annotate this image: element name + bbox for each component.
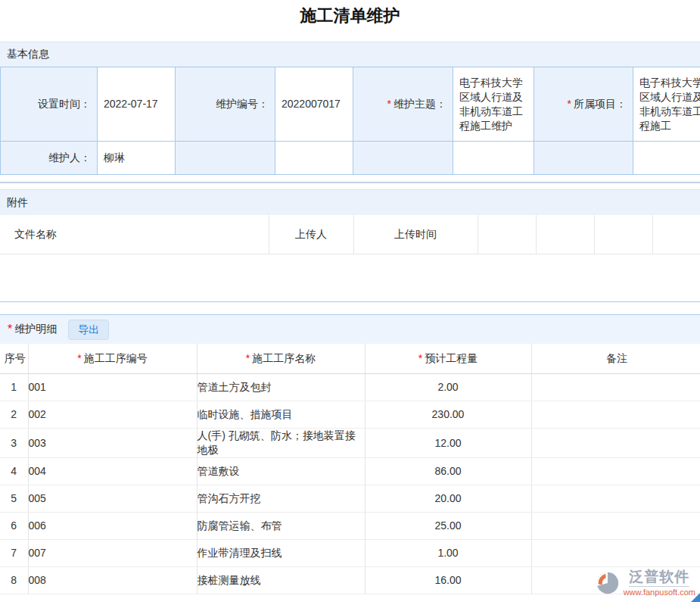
cell-seq: 7: [0, 540, 28, 567]
cell-seq: 2: [0, 401, 28, 429]
attachments-table: 文件名称 上传人 上传时间: [0, 215, 700, 254]
watermark-brand: 泛普软件: [629, 569, 689, 587]
fanpu-logo-icon: [595, 570, 621, 596]
table-row: 6 006 防腐管运输、布管 25.00: [0, 513, 700, 540]
cell-process-code: 002: [28, 401, 197, 429]
required-asterisk: *: [568, 98, 571, 110]
watermark-url: www.fanpusoft.com: [624, 588, 695, 597]
attachments-col-upload-time: 上传时间: [353, 215, 478, 254]
table-row: 7 007 作业带清理及扫线 1.00: [0, 540, 700, 567]
page-title: 施工清单维护: [0, 0, 700, 42]
cell-seq: 8: [0, 567, 28, 594]
detail-section-title: 维护明细: [14, 323, 57, 336]
maintainer-value: 柳琳: [98, 142, 176, 175]
cell-process-code: 005: [28, 485, 197, 513]
basic-info-title: 基本信息: [7, 48, 49, 61]
detail-section-toolbar: * 维护明细 导出: [0, 314, 700, 344]
cell-estimated-quantity: 2.00: [365, 374, 531, 401]
attachments-header-row: 文件名称 上传人 上传时间: [0, 215, 700, 254]
col-remark: 备注: [531, 344, 700, 374]
empty-value-cell: [275, 142, 353, 175]
section-divider: [0, 301, 700, 302]
cell-estimated-quantity: 1.00: [365, 540, 531, 567]
cell-estimated-quantity: 230.00: [365, 401, 531, 429]
basic-info-form: 设置时间： 2022-07-17 维护编号： 2022007017 *维护主题：…: [0, 67, 700, 175]
basic-info-section-header: 基本信息: [0, 42, 700, 67]
required-asterisk: *: [8, 323, 12, 336]
table-row: 2 002 临时设施、措施项目 230.00: [0, 401, 700, 429]
attachments-col-empty: [594, 215, 652, 254]
cell-process-name: 作业带清理及扫线: [197, 540, 365, 567]
table-row: 1 001 管道土方及包封 2.00: [0, 374, 700, 401]
empty-label-cell: [353, 142, 453, 175]
cell-remark: [531, 458, 700, 485]
col-estimated-quantity: *预计工程量: [365, 344, 531, 374]
cell-seq: 6: [0, 513, 28, 540]
cell-estimated-quantity: 20.00: [365, 485, 531, 513]
corner-marker: [691, 593, 700, 602]
attachments-col-empty: [478, 215, 536, 254]
maintenance-subject-label: *维护主题：: [353, 67, 453, 142]
empty-label-cell: [534, 142, 633, 175]
cell-process-name: 接桩测量放线: [197, 567, 365, 594]
cell-remark: [531, 513, 700, 540]
attachments-section-header: 附件: [0, 189, 700, 215]
cell-process-name: 防腐管运输、布管: [197, 513, 365, 540]
attachments-col-uploader: 上传人: [269, 215, 353, 254]
form-row-2: 维护人： 柳琳: [1, 142, 700, 175]
attachments-col-empty: [652, 215, 700, 254]
maintenance-no-label: 维护编号：: [176, 67, 275, 142]
empty-value-cell: [453, 142, 534, 175]
cell-estimated-quantity: 86.00: [365, 458, 531, 485]
cell-process-code: 003: [28, 429, 197, 458]
maintenance-no-value: 2022007017: [275, 67, 353, 142]
table-row: 3 003 人(手) 孔砌筑、防水；接地装置接地极 12.00: [0, 429, 700, 458]
required-asterisk: *: [418, 352, 422, 364]
project-value: 电子科技大学区域人行道及非机动车道工程施工: [633, 67, 700, 142]
set-time-value: 2022-07-17: [98, 67, 176, 142]
cell-remark: [531, 374, 700, 401]
cell-process-name: 临时设施、措施项目: [197, 401, 365, 429]
cell-estimated-quantity: 25.00: [365, 513, 531, 540]
empty-label-cell: [176, 142, 275, 175]
table-row: 4 004 管道敷设 86.00: [0, 458, 700, 485]
cell-estimated-quantity: 12.00: [365, 429, 531, 458]
cell-seq: 3: [0, 429, 28, 458]
cell-process-code: 006: [28, 513, 197, 540]
cell-process-name: 人(手) 孔砌筑、防水；接地装置接地极: [197, 429, 365, 458]
col-seq: 序号: [0, 344, 28, 374]
cell-remark: [531, 485, 700, 513]
detail-table: 序号 *施工工序编号 *施工工序名称 *预计工程量 备注 1 001 管道土方及…: [0, 344, 700, 594]
project-label: *所属项目：: [534, 67, 633, 142]
cell-seq: 4: [0, 458, 28, 485]
table-row: 5 005 管沟石方开挖 20.00: [0, 485, 700, 513]
cell-process-code: 004: [28, 458, 197, 485]
cell-seq: 1: [0, 374, 28, 401]
required-asterisk: *: [77, 352, 81, 364]
empty-value-cell: [633, 142, 700, 175]
required-asterisk: *: [387, 98, 391, 110]
cell-remark: [531, 429, 700, 458]
section-divider: [0, 182, 700, 183]
set-time-label: 设置时间：: [1, 67, 98, 142]
attachments-col-empty: [536, 215, 594, 254]
cell-process-name: 管道敷设: [197, 458, 365, 485]
cell-seq: 5: [0, 485, 28, 513]
maintainer-label: 维护人：: [1, 142, 98, 175]
cell-process-code: 001: [28, 374, 197, 401]
required-asterisk: *: [246, 352, 250, 364]
cell-process-code: 008: [28, 567, 197, 594]
cell-process-name: 管道土方及包封: [197, 374, 365, 401]
watermark-text: 泛普软件 www.fanpusoft.com: [624, 569, 695, 597]
maintenance-subject-value: 电子科技大学区域人行道及非机动车道工程施工维护: [453, 67, 534, 142]
detail-header-row: 序号 *施工工序编号 *施工工序名称 *预计工程量 备注: [0, 344, 700, 374]
cell-process-code: 007: [28, 540, 197, 567]
cell-process-name: 管沟石方开挖: [197, 485, 365, 513]
cell-estimated-quantity: 16.00: [365, 567, 531, 594]
export-button[interactable]: 导出: [68, 320, 109, 340]
col-process-code: *施工工序编号: [28, 344, 197, 374]
attachments-title: 附件: [7, 196, 28, 210]
cell-remark: [531, 540, 700, 567]
attachments-col-file-name: 文件名称: [0, 215, 269, 254]
form-row-1: 设置时间： 2022-07-17 维护编号： 2022007017 *维护主题：…: [1, 67, 700, 142]
